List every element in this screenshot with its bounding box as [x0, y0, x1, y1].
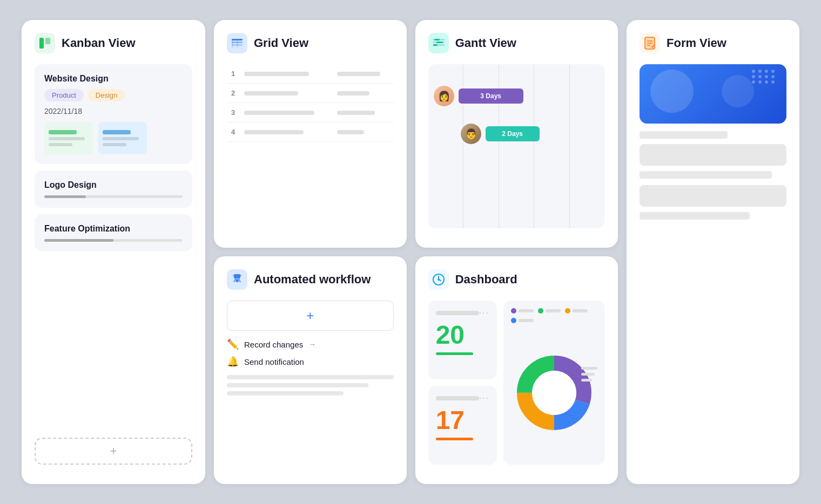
kanban-add-button[interactable]: + [35, 438, 192, 465]
grid-header: Grid View [227, 33, 394, 53]
kanban-progress-logo [44, 195, 183, 198]
form-card: Form View [627, 20, 799, 484]
chart-line [581, 373, 595, 376]
workflow-step-2: 🔔 Send notification [227, 356, 394, 367]
row-cell1 [240, 84, 333, 103]
gantt-row-1: 👩 3 Days [434, 86, 523, 106]
row-cell1 [240, 103, 333, 122]
legend-line [519, 319, 534, 322]
dot [765, 75, 768, 78]
gantt-icon [428, 33, 449, 53]
dot [765, 70, 768, 73]
kanban-progress-feature [44, 239, 183, 242]
form-field-4 [640, 185, 786, 207]
workflow-step-1-label: Record changes [244, 340, 303, 349]
workflow-lines [227, 375, 394, 396]
kanban-item-title-feature: Feature Optimization [44, 224, 183, 234]
dash-widget-dots-2: ··· [479, 393, 489, 403]
legend-line [519, 309, 534, 312]
kanban-title: Kanban View [62, 36, 136, 50]
pencil-icon: ✏️ [227, 338, 239, 350]
dot [758, 80, 762, 84]
workflow-header: Automated workflow [227, 269, 394, 290]
kanban-card: Kanban View Website Design Product Desig… [22, 20, 205, 484]
svg-point-20 [438, 278, 440, 281]
form-icon [640, 33, 660, 53]
dashboard-icon [428, 269, 449, 290]
table-row: 2 [227, 84, 394, 103]
legend-dot-purple [511, 308, 516, 314]
row-cell2 [333, 103, 394, 122]
dot [771, 80, 775, 84]
gantt-card: Gantt View 👩 3 Days 👨 [415, 20, 618, 248]
dot [758, 70, 762, 73]
legend-dot-yellow [565, 308, 570, 314]
form-field-2 [640, 144, 786, 166]
svg-point-26 [532, 371, 576, 415]
dash-widget-header-1: ··· [436, 308, 489, 318]
gantt-avatar-2: 👨 [461, 124, 481, 144]
dashboard-header: Dashboard [428, 269, 605, 290]
legend-dot-green [538, 308, 543, 314]
kanban-thumbnails [44, 122, 183, 154]
gantt-bar-2: 2 Days [486, 126, 540, 141]
svg-line-9 [234, 278, 235, 282]
tag-design: Design [88, 89, 125, 101]
gantt-bar-1: 3 Days [459, 88, 523, 104]
workflow-add-button[interactable]: + [227, 301, 394, 331]
legend-line [573, 309, 588, 312]
dash-underline-2 [436, 438, 474, 440]
row-cell1 [240, 64, 333, 84]
kanban-item-website: Website Design Product Design 2022/11/18 [35, 64, 192, 164]
kanban-progress-bar-feature [44, 239, 113, 242]
row-cell2 [333, 122, 394, 142]
chart-side-lines [581, 367, 597, 382]
workflow-step-2-label: Send notification [244, 357, 304, 366]
table-row: 3 [227, 103, 394, 122]
dash-underline-1 [436, 352, 474, 355]
legend-item-2 [538, 308, 561, 314]
workflow-icon [227, 269, 247, 290]
svg-rect-5 [232, 39, 233, 47]
row-cell2 [333, 64, 394, 84]
middle-column: Grid View 1 2 3 4 [214, 20, 407, 484]
third-column: Gantt View 👩 3 Days 👨 [415, 20, 618, 484]
donut-chart [511, 350, 597, 436]
svg-rect-18 [433, 44, 438, 46]
wf-line [227, 375, 394, 379]
dot [752, 70, 755, 73]
gantt-title: Gantt View [455, 36, 516, 50]
legend-line [546, 309, 561, 312]
svg-rect-12 [239, 275, 241, 276]
form-field-1 [640, 131, 728, 139]
wf-line [227, 391, 344, 396]
gantt-header: Gantt View [428, 33, 605, 53]
kanban-icon [35, 33, 55, 53]
kanban-item-logo: Logo Design [35, 171, 192, 208]
kanban-item-title-website: Website Design [44, 74, 183, 84]
dashboard-card: Dashboard ··· 20 ··· [415, 256, 618, 484]
dash-widget-2: ··· 17 [428, 386, 497, 465]
form-header: Form View [640, 33, 786, 53]
svg-rect-1 [45, 38, 50, 44]
legend-item-1 [511, 308, 534, 314]
grid-icon [227, 33, 247, 53]
row-cell1 [240, 122, 333, 142]
dash-number-1: 20 [436, 322, 489, 348]
dash-widget-header-2: ··· [436, 393, 489, 403]
grid-card: Grid View 1 2 3 4 [214, 20, 407, 248]
dash-widget-title-line [436, 311, 479, 315]
grid-title: Grid View [254, 36, 308, 50]
main-grid: Kanban View Website Design Product Desig… [11, 9, 810, 495]
workflow-arrow: → [308, 340, 316, 349]
gantt-col [570, 64, 605, 228]
donut-area [511, 329, 597, 457]
bell-icon: 🔔 [227, 356, 239, 367]
dash-right [503, 301, 605, 465]
svg-rect-6 [237, 39, 238, 47]
dot [752, 75, 755, 78]
table-row: 4 [227, 122, 394, 142]
dash-widget-title-line-2 [436, 396, 479, 400]
kanban-header: Kanban View [35, 33, 192, 53]
kanban-progress-bar-logo [44, 195, 86, 198]
